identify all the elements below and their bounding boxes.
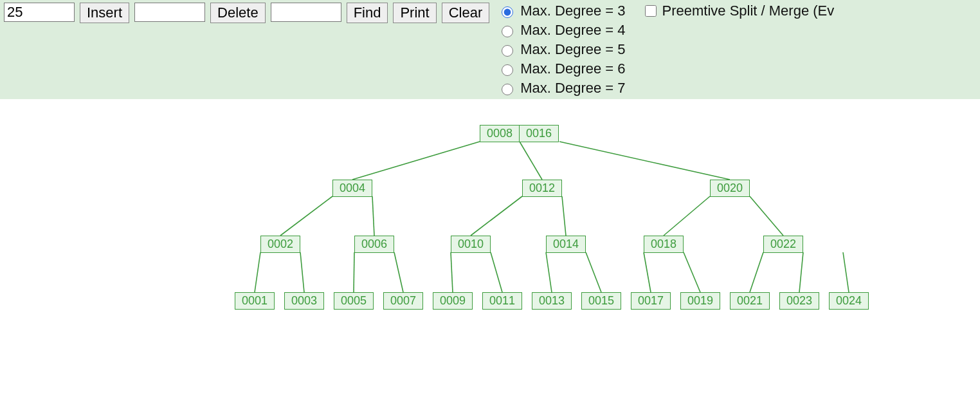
degree-label: Max. Degree = 6 [520, 61, 625, 77]
degree-radio-group: Max. Degree = 3Max. Degree = 4Max. Degre… [498, 3, 625, 97]
btree-key: 0008 [480, 126, 520, 142]
degree-radio[interactable] [502, 45, 513, 57]
btree-node: 0009 [433, 292, 473, 310]
svg-line-4 [372, 196, 374, 236]
btree-node: 0017 [631, 292, 671, 310]
svg-line-0 [352, 142, 480, 180]
svg-line-18 [684, 252, 700, 292]
btree-key: 0020 [711, 180, 749, 196]
btree-key: 0019 [681, 293, 720, 309]
btree-key: 0013 [532, 293, 571, 309]
btree-key: 0002 [261, 236, 300, 252]
degree-radio[interactable] [502, 64, 513, 76]
btree-key: 0005 [334, 293, 373, 309]
btree-key: 0023 [780, 293, 819, 309]
insert-input[interactable] [4, 3, 75, 22]
svg-line-2 [559, 142, 730, 180]
btree-key: 0010 [451, 236, 490, 252]
degree-radio[interactable] [502, 6, 513, 18]
svg-line-12 [394, 252, 403, 292]
btree-key: 0018 [644, 236, 683, 252]
btree-key: 0009 [433, 293, 472, 309]
btree-key: 0016 [520, 126, 558, 142]
insert-button[interactable]: Insert [80, 3, 129, 23]
svg-line-14 [491, 252, 502, 292]
svg-line-1 [520, 142, 542, 180]
svg-line-9 [255, 252, 260, 292]
btree-node: 0006 [354, 236, 394, 253]
btree-node: 00080016 [480, 125, 559, 142]
degree-option[interactable]: Max. Degree = 5 [498, 41, 625, 58]
svg-line-20 [799, 252, 803, 292]
preemptive-checkbox-row: Preemtive Split / Merge (Ev [642, 3, 835, 19]
delete-input[interactable] [134, 3, 205, 22]
btree-key: 0014 [547, 236, 585, 252]
clear-button[interactable]: Clear [442, 3, 490, 23]
svg-line-15 [546, 252, 552, 292]
preemptive-checkbox[interactable] [645, 5, 657, 17]
btree-key: 0007 [384, 293, 422, 309]
btree-node: 0018 [644, 236, 684, 253]
btree-node: 0011 [482, 292, 522, 310]
btree-node: 0021 [730, 292, 770, 310]
svg-line-3 [280, 196, 332, 236]
btree-node: 0004 [332, 180, 372, 197]
btree-node: 0010 [451, 236, 491, 253]
degree-option[interactable]: Max. Degree = 4 [498, 22, 625, 39]
svg-line-11 [354, 252, 354, 292]
print-button[interactable]: Print [393, 3, 436, 23]
find-input[interactable] [271, 3, 341, 22]
btree-node: 0013 [532, 292, 572, 310]
btree-node: 0014 [546, 236, 586, 253]
delete-button[interactable]: Delete [210, 3, 266, 23]
btree-node: 0020 [710, 180, 750, 197]
degree-label: Max. Degree = 5 [520, 41, 625, 58]
svg-line-8 [750, 196, 783, 236]
degree-radio[interactable] [502, 26, 513, 37]
svg-line-13 [451, 252, 453, 292]
btree-node: 0003 [284, 292, 324, 310]
btree-node: 0024 [829, 292, 869, 310]
svg-line-16 [586, 252, 601, 292]
btree-node: 0012 [522, 180, 562, 197]
btree-node: 0015 [581, 292, 621, 310]
svg-line-21 [843, 252, 849, 292]
btree-node: 0007 [383, 292, 423, 310]
svg-line-10 [300, 252, 304, 292]
degree-option[interactable]: Max. Degree = 3 [498, 3, 625, 19]
tree-canvas: 0008001600040012002000020006001000140018… [0, 99, 980, 380]
preemptive-label: Preemtive Split / Merge (Ev [662, 3, 835, 19]
degree-label: Max. Degree = 7 [520, 80, 625, 97]
btree-key: 0015 [582, 293, 621, 309]
btree-key: 0021 [730, 293, 769, 309]
degree-option[interactable]: Max. Degree = 6 [498, 61, 625, 77]
svg-line-5 [471, 196, 522, 236]
btree-node: 0023 [779, 292, 819, 310]
btree-node: 0019 [680, 292, 720, 310]
btree-key: 0012 [523, 180, 561, 196]
btree-node: 0002 [260, 236, 300, 253]
btree-key: 0022 [764, 236, 803, 252]
degree-label: Max. Degree = 4 [520, 22, 625, 39]
degree-option[interactable]: Max. Degree = 7 [498, 80, 625, 97]
btree-key: 0017 [631, 293, 670, 309]
svg-line-7 [664, 196, 710, 236]
btree-node: 0001 [235, 292, 275, 310]
btree-node: 0005 [334, 292, 374, 310]
btree-node: 0022 [763, 236, 803, 253]
toolbar: Insert Delete Find Print Clear Max. Degr… [0, 0, 980, 99]
btree-key: 0003 [285, 293, 323, 309]
svg-line-17 [644, 252, 651, 292]
btree-key: 0024 [830, 293, 868, 309]
btree-key: 0006 [355, 236, 394, 252]
degree-radio[interactable] [502, 84, 513, 95]
find-button[interactable]: Find [347, 3, 388, 23]
btree-key: 0011 [483, 293, 522, 309]
degree-label: Max. Degree = 3 [520, 3, 625, 19]
svg-line-19 [750, 252, 763, 292]
btree-key: 0001 [235, 293, 274, 309]
svg-line-6 [562, 196, 566, 236]
btree-key: 0004 [333, 180, 372, 196]
